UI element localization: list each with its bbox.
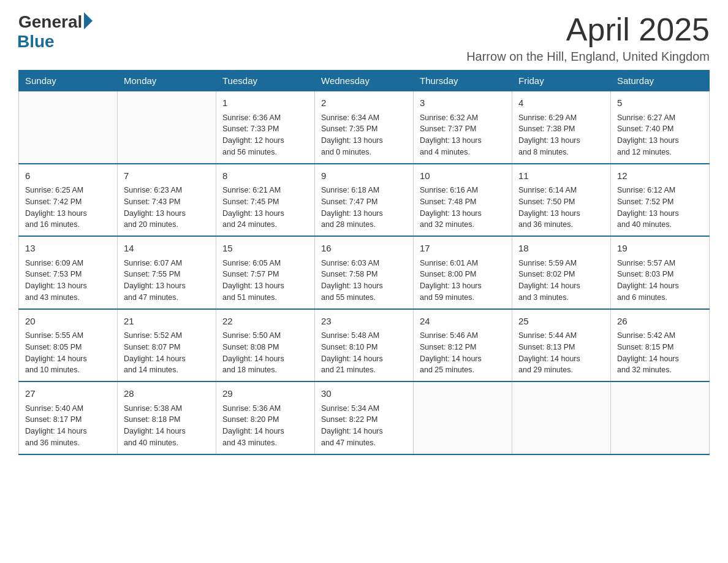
calendar-cell: 27Sunrise: 5:40 AM Sunset: 8:17 PM Dayli… (19, 381, 118, 454)
calendar-week-row: 6Sunrise: 6:25 AM Sunset: 7:42 PM Daylig… (19, 164, 710, 237)
day-number: 19 (617, 242, 703, 256)
day-info: Sunrise: 6:16 AM Sunset: 7:48 PM Dayligh… (420, 185, 506, 231)
calendar-cell: 5Sunrise: 6:27 AM Sunset: 7:40 PM Daylig… (611, 91, 710, 164)
day-number: 4 (518, 96, 604, 110)
calendar-cell: 7Sunrise: 6:23 AM Sunset: 7:43 PM Daylig… (118, 164, 216, 237)
logo-blue-text: Blue (17, 32, 55, 52)
day-info: Sunrise: 5:48 AM Sunset: 8:10 PM Dayligh… (321, 330, 407, 376)
column-header-monday: Monday (118, 71, 216, 91)
column-header-friday: Friday (512, 71, 611, 91)
day-info: Sunrise: 6:01 AM Sunset: 8:00 PM Dayligh… (420, 258, 506, 304)
day-number: 20 (25, 315, 111, 329)
calendar-cell: 15Sunrise: 6:05 AM Sunset: 7:57 PM Dayli… (216, 236, 315, 309)
day-number: 26 (617, 315, 703, 329)
calendar-table: SundayMondayTuesdayWednesdayThursdayFrid… (18, 70, 710, 455)
day-number: 8 (222, 169, 308, 183)
day-info: Sunrise: 6:25 AM Sunset: 7:42 PM Dayligh… (25, 185, 111, 231)
calendar-cell: 30Sunrise: 5:34 AM Sunset: 8:22 PM Dayli… (315, 381, 414, 454)
calendar-cell: 8Sunrise: 6:21 AM Sunset: 7:45 PM Daylig… (216, 164, 315, 237)
day-info: Sunrise: 6:34 AM Sunset: 7:35 PM Dayligh… (321, 112, 407, 158)
day-info: Sunrise: 6:21 AM Sunset: 7:45 PM Dayligh… (222, 185, 308, 231)
title-section: April 2025 Harrow on the Hill, England, … (466, 12, 710, 64)
calendar-cell: 24Sunrise: 5:46 AM Sunset: 8:12 PM Dayli… (414, 309, 512, 382)
day-info: Sunrise: 5:40 AM Sunset: 8:17 PM Dayligh… (25, 403, 111, 449)
day-info: Sunrise: 6:09 AM Sunset: 7:53 PM Dayligh… (25, 258, 111, 304)
day-info: Sunrise: 5:52 AM Sunset: 8:07 PM Dayligh… (124, 330, 210, 376)
day-number: 22 (222, 315, 308, 329)
calendar-cell: 28Sunrise: 5:38 AM Sunset: 8:18 PM Dayli… (118, 381, 216, 454)
calendar-header-row: SundayMondayTuesdayWednesdayThursdayFrid… (19, 71, 710, 91)
calendar-cell: 21Sunrise: 5:52 AM Sunset: 8:07 PM Dayli… (118, 309, 216, 382)
day-info: Sunrise: 5:38 AM Sunset: 8:18 PM Dayligh… (124, 403, 210, 449)
calendar-week-row: 1Sunrise: 6:36 AM Sunset: 7:33 PM Daylig… (19, 91, 710, 164)
calendar-cell: 18Sunrise: 5:59 AM Sunset: 8:02 PM Dayli… (512, 236, 611, 309)
day-info: Sunrise: 5:44 AM Sunset: 8:13 PM Dayligh… (518, 330, 604, 376)
calendar-week-row: 13Sunrise: 6:09 AM Sunset: 7:53 PM Dayli… (19, 236, 710, 309)
day-number: 28 (124, 387, 210, 401)
day-info: Sunrise: 6:03 AM Sunset: 7:58 PM Dayligh… (321, 258, 407, 304)
calendar-cell: 2Sunrise: 6:34 AM Sunset: 7:35 PM Daylig… (315, 91, 414, 164)
day-number: 17 (420, 242, 506, 256)
day-info: Sunrise: 6:07 AM Sunset: 7:55 PM Dayligh… (124, 258, 210, 304)
calendar-cell (118, 91, 216, 164)
day-number: 3 (420, 96, 506, 110)
calendar-week-row: 20Sunrise: 5:55 AM Sunset: 8:05 PM Dayli… (19, 309, 710, 382)
day-info: Sunrise: 6:12 AM Sunset: 7:52 PM Dayligh… (617, 185, 703, 231)
day-number: 29 (222, 387, 308, 401)
day-info: Sunrise: 6:27 AM Sunset: 7:40 PM Dayligh… (617, 112, 703, 158)
logo: General Blue (18, 12, 93, 52)
calendar-cell: 4Sunrise: 6:29 AM Sunset: 7:38 PM Daylig… (512, 91, 611, 164)
day-number: 30 (321, 387, 407, 401)
day-info: Sunrise: 6:32 AM Sunset: 7:37 PM Dayligh… (420, 112, 506, 158)
calendar-cell (512, 381, 611, 454)
calendar-cell: 6Sunrise: 6:25 AM Sunset: 7:42 PM Daylig… (19, 164, 118, 237)
day-number: 25 (518, 315, 604, 329)
calendar-cell: 10Sunrise: 6:16 AM Sunset: 7:48 PM Dayli… (414, 164, 512, 237)
calendar-cell: 19Sunrise: 5:57 AM Sunset: 8:03 PM Dayli… (611, 236, 710, 309)
day-number: 14 (124, 242, 210, 256)
calendar-cell: 11Sunrise: 6:14 AM Sunset: 7:50 PM Dayli… (512, 164, 611, 237)
day-number: 18 (518, 242, 604, 256)
day-info: Sunrise: 6:23 AM Sunset: 7:43 PM Dayligh… (124, 185, 210, 231)
day-info: Sunrise: 5:55 AM Sunset: 8:05 PM Dayligh… (25, 330, 111, 376)
day-number: 6 (25, 169, 111, 183)
column-header-thursday: Thursday (414, 71, 512, 91)
day-number: 24 (420, 315, 506, 329)
day-number: 13 (25, 242, 111, 256)
day-info: Sunrise: 6:36 AM Sunset: 7:33 PM Dayligh… (222, 112, 308, 158)
day-number: 10 (420, 169, 506, 183)
calendar-cell: 17Sunrise: 6:01 AM Sunset: 8:00 PM Dayli… (414, 236, 512, 309)
day-info: Sunrise: 5:34 AM Sunset: 8:22 PM Dayligh… (321, 403, 407, 449)
day-number: 23 (321, 315, 407, 329)
day-info: Sunrise: 6:05 AM Sunset: 7:57 PM Dayligh… (222, 258, 308, 304)
day-info: Sunrise: 6:29 AM Sunset: 7:38 PM Dayligh… (518, 112, 604, 158)
day-info: Sunrise: 5:36 AM Sunset: 8:20 PM Dayligh… (222, 403, 308, 449)
calendar-cell: 22Sunrise: 5:50 AM Sunset: 8:08 PM Dayli… (216, 309, 315, 382)
calendar-cell: 14Sunrise: 6:07 AM Sunset: 7:55 PM Dayli… (118, 236, 216, 309)
location-subtitle: Harrow on the Hill, England, United King… (466, 50, 710, 64)
calendar-week-row: 27Sunrise: 5:40 AM Sunset: 8:17 PM Dayli… (19, 381, 710, 454)
calendar-cell: 23Sunrise: 5:48 AM Sunset: 8:10 PM Dayli… (315, 309, 414, 382)
day-info: Sunrise: 5:59 AM Sunset: 8:02 PM Dayligh… (518, 258, 604, 304)
day-number: 2 (321, 96, 407, 110)
column-header-wednesday: Wednesday (315, 71, 414, 91)
day-info: Sunrise: 6:14 AM Sunset: 7:50 PM Dayligh… (518, 185, 604, 231)
calendar-cell: 26Sunrise: 5:42 AM Sunset: 8:15 PM Dayli… (611, 309, 710, 382)
calendar-cell: 9Sunrise: 6:18 AM Sunset: 7:47 PM Daylig… (315, 164, 414, 237)
calendar-cell: 29Sunrise: 5:36 AM Sunset: 8:20 PM Dayli… (216, 381, 315, 454)
day-number: 11 (518, 169, 604, 183)
day-number: 5 (617, 96, 703, 110)
day-info: Sunrise: 5:46 AM Sunset: 8:12 PM Dayligh… (420, 330, 506, 376)
calendar-cell: 13Sunrise: 6:09 AM Sunset: 7:53 PM Dayli… (19, 236, 118, 309)
day-number: 15 (222, 242, 308, 256)
calendar-cell: 12Sunrise: 6:12 AM Sunset: 7:52 PM Dayli… (611, 164, 710, 237)
day-number: 27 (25, 387, 111, 401)
day-info: Sunrise: 6:18 AM Sunset: 7:47 PM Dayligh… (321, 185, 407, 231)
column-header-tuesday: Tuesday (216, 71, 315, 91)
day-number: 16 (321, 242, 407, 256)
page-header: General Blue April 2025 Harrow on the Hi… (18, 12, 710, 64)
day-number: 9 (321, 169, 407, 183)
month-title: April 2025 (466, 12, 710, 47)
day-number: 21 (124, 315, 210, 329)
calendar-cell: 20Sunrise: 5:55 AM Sunset: 8:05 PM Dayli… (19, 309, 118, 382)
